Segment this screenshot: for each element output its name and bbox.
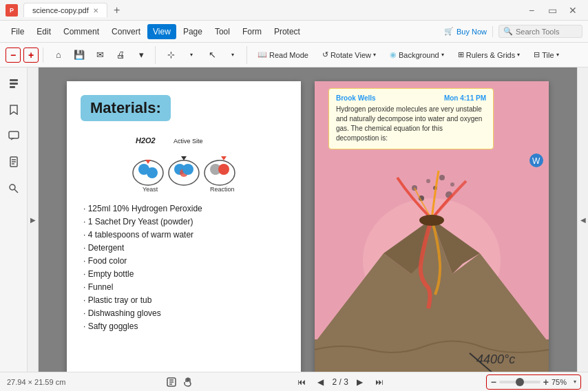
svg-point-14 [147,167,158,178]
comment-box: Brook Wells Mon 4:11 PM Hydrogen peroxid… [328,88,494,149]
menu-form[interactable]: Form [237,24,267,39]
list-item: Detergent [81,243,287,253]
background-dropdown-arrow: ▾ [441,52,444,58]
restore-button[interactable]: ▭ [543,3,562,18]
scroll-icon[interactable] [165,375,178,389]
zoom-bar: − + 75% ▾ [486,374,581,390]
left-collapse-button[interactable]: ▶ [28,67,39,372]
dropdown-tool[interactable]: ▾ [132,46,151,64]
rotate-view-button[interactable]: ↺ Rotate View ▾ [317,48,381,61]
search-tools-input[interactable] [516,28,578,36]
zoom-percentage: 75% [552,378,571,386]
svg-point-34 [450,182,454,187]
select-dropdown[interactable]: ▾ [182,46,201,64]
menu-comment[interactable]: Comment [58,24,105,39]
home-tool[interactable]: ⌂ [49,46,68,64]
rulers-icon: ⊞ [458,50,464,59]
select-group: ⊹ ▾ ↖ ▾ [161,46,247,64]
title-bar: P science-copy.pdf ✕ + − ▭ ✕ [0,0,588,21]
page-info: 2 / 3 [333,377,348,387]
svg-rect-0 [10,79,18,81]
zoom-thumb[interactable] [516,378,524,386]
svg-text:Active Site: Active Site [174,138,203,145]
status-bar: 27.94 × 21.59 cm ⏮ ◀ 2 / 3 ▶ ⏭ − + 75% ▾ [0,372,588,391]
materials-list: 125ml 10% Hydrogen Peroxide 1 Sachet Dry… [81,204,287,331]
sidebar-attachment-icon[interactable] [3,151,24,172]
svg-text:W: W [532,156,540,166]
zoom-dropdown-button[interactable]: ▾ [574,379,576,385]
zoom-slider[interactable] [499,381,540,383]
sidebar-search-icon[interactable] [3,178,24,198]
svg-line-9 [14,189,18,193]
buy-now-button[interactable]: 🛒 Buy Now [444,27,487,36]
menu-file[interactable]: File [6,24,30,39]
menu-tool[interactable]: Tool [209,24,235,39]
close-tab-button[interactable]: ✕ [93,7,98,14]
svg-text:H2O2: H2O2 [136,136,156,145]
svg-rect-1 [10,83,18,85]
menu-convert[interactable]: Convert [106,24,146,39]
minimize-button[interactable]: − [522,3,541,18]
first-page-button[interactable]: ⏮ [294,374,309,390]
zoom-group: − + [6,47,43,63]
select-tool[interactable]: ⊹ [161,46,180,64]
pdf-tab[interactable]: science-copy.pdf ✕ [23,3,107,17]
app-logo: P [6,4,18,17]
page-dimensions: 27.94 × 21.59 cm [7,378,65,386]
zoom-decrease-button[interactable]: − [491,377,496,388]
handtool-icon[interactable] [181,375,195,389]
toolbar-tools-group: ⌂ 💾 ✉ 🖨 ▾ [49,46,156,64]
sidebar-bookmark-icon[interactable] [3,99,24,120]
search-tools-container: 🔍 [498,25,582,38]
list-item: Empty bottle [81,269,287,279]
tile-button[interactable]: ⊟ Tile ▾ [529,48,563,61]
prev-page-button[interactable]: ◀ [313,374,328,390]
last-page-button[interactable]: ⏭ [372,374,387,390]
mail-tool[interactable]: ✉ [90,46,109,64]
new-tab-button[interactable]: + [110,3,124,17]
svg-point-19 [182,164,193,175]
menu-edit[interactable]: Edit [31,24,56,39]
menu-bar: File Edit Comment Convert View Page Tool… [0,21,588,43]
svg-text:Yeast: Yeast [143,186,158,193]
svg-point-32 [426,179,430,183]
list-item: Plastic tray or tub [81,295,287,305]
molecule-diagram: H2O2 Active Site [129,135,239,197]
close-window-button[interactable]: ✕ [563,3,582,18]
menu-protect[interactable]: Protect [269,24,306,39]
svg-marker-15 [145,160,151,164]
save-tool[interactable]: 💾 [70,46,89,64]
rulers-grids-button[interactable]: ⊞ Rulers & Grids ▾ [453,48,525,61]
comment-time: Mon 4:11 PM [444,94,486,102]
read-mode-button[interactable]: 📖 Read Mode [253,48,313,61]
toolbar: − + ⌂ 💾 ✉ 🖨 ▾ ⊹ ▾ ↖ ▾ 📖 Read Mode ↺ Rota… [0,43,588,67]
rulers-dropdown-arrow: ▾ [517,52,520,58]
materials-title: Materials: [81,95,171,121]
next-page-button[interactable]: ▶ [353,374,368,390]
search-icon: 🔍 [503,27,513,36]
zoom-increase-button[interactable]: + [543,377,549,388]
sidebar-pages-icon[interactable] [3,73,24,94]
svg-rect-2 [10,86,15,88]
zoom-out-button[interactable]: − [6,47,21,63]
volcano-svg: 4400°c 03 W [315,150,549,372]
print-tool[interactable]: 🖨 [111,46,130,64]
tile-dropdown-arrow: ▾ [556,52,559,58]
volcano-illustration: 4400°c 03 W [315,150,549,372]
menu-page[interactable]: Page [178,24,208,39]
sidebar-comment-icon[interactable] [3,125,24,146]
svg-rect-3 [9,131,19,138]
cursor-tool[interactable]: ↖ [202,46,222,64]
right-collapse-button[interactable]: ◀ [577,67,588,372]
menu-view[interactable]: View [147,24,176,39]
cursor-dropdown[interactable]: ▾ [223,46,242,64]
zoom-in-button[interactable]: + [23,47,39,63]
list-item: 1 Sachet Dry Yeast (powder) [81,217,287,226]
pdf-page-right: Brook Wells Mon 4:11 PM Hydrogen peroxid… [315,81,549,372]
list-item: Food color [81,256,287,266]
comment-text: Hydrogen peroxide molecules are very uns… [336,105,486,143]
tile-icon: ⊟ [534,50,540,59]
read-mode-icon: 📖 [258,50,267,59]
background-button[interactable]: ◉ Background ▾ [385,48,449,61]
list-item: Safty goggles [81,321,287,331]
